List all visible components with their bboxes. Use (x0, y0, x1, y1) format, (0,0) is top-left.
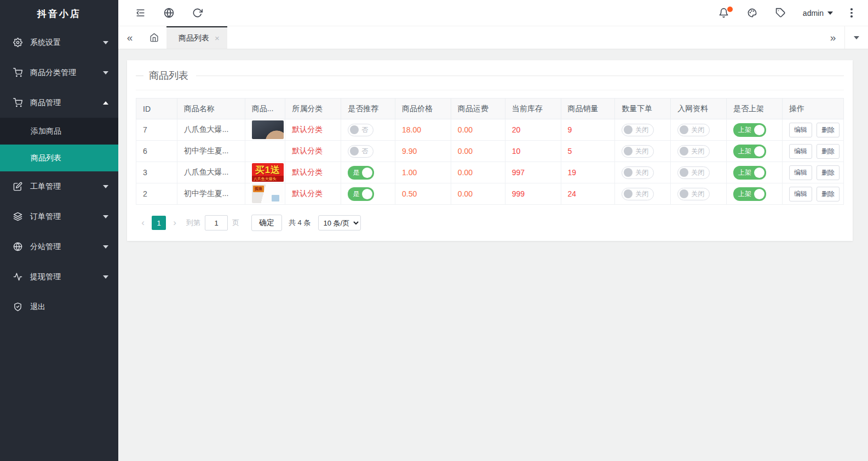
page-size-select[interactable]: 10 条/页 (318, 215, 361, 231)
current-page-button[interactable]: 1 (152, 216, 166, 230)
edit-button[interactable]: 编辑 (789, 123, 812, 137)
sidebar-item-withdrawal-management[interactable]: 提现管理 (0, 262, 118, 292)
sidebar-item-product-list[interactable]: 商品列表 (0, 145, 118, 171)
recommend-toggle[interactable]: 否 (348, 124, 373, 136)
username: admin (803, 9, 824, 18)
recommend-toggle[interactable]: 是 (348, 187, 374, 201)
sidebar-item-order-management[interactable]: 订单管理 (0, 201, 118, 232)
price: 0.50 (395, 183, 451, 205)
tabs-scroll-right-icon[interactable]: » (821, 26, 844, 49)
edit-button[interactable]: 编辑 (789, 165, 812, 180)
qty-order-toggle[interactable]: 关闭 (622, 145, 654, 158)
listed-cell: 上架 (727, 141, 783, 162)
category-cell: 默认分类 (285, 119, 341, 141)
tab-product-list[interactable]: 商品列表 × (166, 26, 227, 49)
product-thumbnail[interactable] (252, 142, 284, 160)
delete-button[interactable]: 删除 (817, 165, 840, 180)
chevron-down-icon (103, 71, 108, 74)
table-row: 3八爪鱼大爆...买1送八爪鱼大爆头默认分类是1.000.0099719关闭关闭… (136, 162, 844, 183)
network-info-cell: 关闭 (671, 162, 727, 183)
column-header: 是否推荐 (341, 99, 395, 119)
listed-toggle[interactable]: 上架 (733, 187, 766, 201)
chevron-down-icon (827, 11, 833, 15)
menu-fold-icon[interactable] (126, 0, 154, 26)
prev-page-icon[interactable]: ‹ (136, 216, 150, 230)
sidebar: 抖音小店 系统设置商品分类管理商品管理添加商品商品列表工单管理订单管理分站管理提… (0, 0, 118, 461)
palette-icon[interactable] (738, 0, 767, 26)
sales: 19 (561, 162, 615, 183)
edit-button[interactable]: 编辑 (789, 144, 812, 159)
product-table: ID商品名称商品...所属分类是否推荐商品价格商品运费当前库存商品销量数量下单入… (136, 98, 844, 205)
tabbar: « 商品列表 × » (118, 26, 868, 49)
shipping-fee: 0.00 (451, 183, 505, 205)
sidebar-item-product-management[interactable]: 商品管理 (0, 88, 118, 118)
sidebar-item-work-orders[interactable]: 工单管理 (0, 171, 118, 201)
sidebar-item-add-product[interactable]: 添加商品 (0, 118, 118, 145)
recommend-cell: 否 (341, 141, 395, 162)
pagination: ‹ 1 › 到第 页 确定 共 4 条 10 条/页 (136, 215, 844, 231)
product-thumbnail[interactable]: 买1送八爪鱼大爆头 (252, 163, 284, 182)
column-header: ID (136, 99, 177, 119)
close-icon[interactable]: × (215, 33, 220, 43)
sales: 5 (561, 141, 615, 162)
page-suffix-label: 页 (232, 218, 239, 228)
network-info-cell: 关闭 (671, 119, 727, 141)
qty-order-cell: 关闭 (615, 119, 671, 141)
listed-toggle[interactable]: 上架 (733, 123, 766, 137)
confirm-page-button[interactable]: 确定 (251, 215, 282, 231)
delete-button[interactable]: 删除 (817, 187, 840, 201)
network-info-cell: 关闭 (671, 183, 727, 205)
page-number-input[interactable] (205, 215, 228, 231)
recommend-toggle[interactable]: 否 (348, 145, 373, 158)
sidebar-item-label: 退出 (30, 302, 45, 312)
listed-toggle[interactable]: 上架 (733, 145, 766, 158)
user-menu[interactable]: admin (795, 0, 841, 26)
column-header: 商品运费 (451, 99, 505, 119)
sidebar-item-substation-management[interactable]: 分站管理 (0, 232, 118, 262)
product-thumbnail[interactable]: 孤狼 (252, 185, 284, 203)
globe-icon[interactable] (154, 0, 183, 26)
qty-order-toggle[interactable]: 关闭 (622, 188, 654, 200)
next-page-icon[interactable]: › (168, 216, 182, 230)
qty-order-toggle[interactable]: 关闭 (622, 166, 654, 179)
recommend-toggle[interactable]: 是 (348, 166, 374, 180)
category-link[interactable]: 默认分类 (292, 168, 323, 176)
delete-button[interactable]: 删除 (817, 144, 840, 159)
network-info-toggle[interactable]: 关闭 (677, 188, 710, 200)
row-id: 7 (136, 119, 177, 141)
sidebar-item-system-settings[interactable]: 系统设置 (0, 27, 118, 57)
stock: 20 (505, 119, 561, 141)
chevron-down-icon (103, 275, 108, 279)
category-link[interactable]: 默认分类 (292, 125, 323, 134)
tabs-scroll-left-icon[interactable]: « (118, 26, 141, 49)
product-image-cell: 买1送八爪鱼大爆头 (245, 162, 285, 183)
shield-icon (13, 302, 22, 312)
home-icon[interactable] (141, 26, 166, 49)
edit-button[interactable]: 编辑 (789, 187, 812, 201)
refresh-icon[interactable] (183, 0, 211, 26)
legend-dash (136, 76, 143, 76)
network-info-toggle[interactable]: 关闭 (677, 166, 710, 179)
category-link[interactable]: 默认分类 (292, 146, 323, 155)
tabs-dropdown-icon[interactable] (845, 26, 868, 49)
product-thumbnail[interactable] (252, 120, 284, 139)
category-link[interactable]: 默认分类 (292, 189, 323, 198)
delete-button[interactable]: 删除 (817, 123, 840, 137)
sales: 9 (561, 119, 615, 141)
column-header: 商品... (245, 99, 285, 119)
cart-icon (13, 68, 22, 77)
sidebar-item-logout[interactable]: 退出 (0, 292, 118, 322)
network-info-toggle[interactable]: 关闭 (677, 124, 710, 136)
network-info-toggle[interactable]: 关闭 (677, 145, 710, 158)
bell-icon[interactable] (710, 0, 738, 26)
qty-order-toggle[interactable]: 关闭 (622, 124, 654, 136)
column-header: 商品销量 (561, 99, 615, 119)
tabbar-spacer (227, 26, 821, 49)
product-image-cell (245, 141, 285, 162)
work-order-icon (13, 182, 22, 191)
sidebar-item-category-management[interactable]: 商品分类管理 (0, 57, 118, 88)
tag-icon[interactable] (767, 0, 795, 26)
table-row: 6初中学生夏...默认分类否9.900.00105关闭关闭上架编辑删除 (136, 141, 844, 162)
kebab-menu-icon[interactable] (841, 0, 863, 26)
listed-toggle[interactable]: 上架 (733, 166, 766, 180)
